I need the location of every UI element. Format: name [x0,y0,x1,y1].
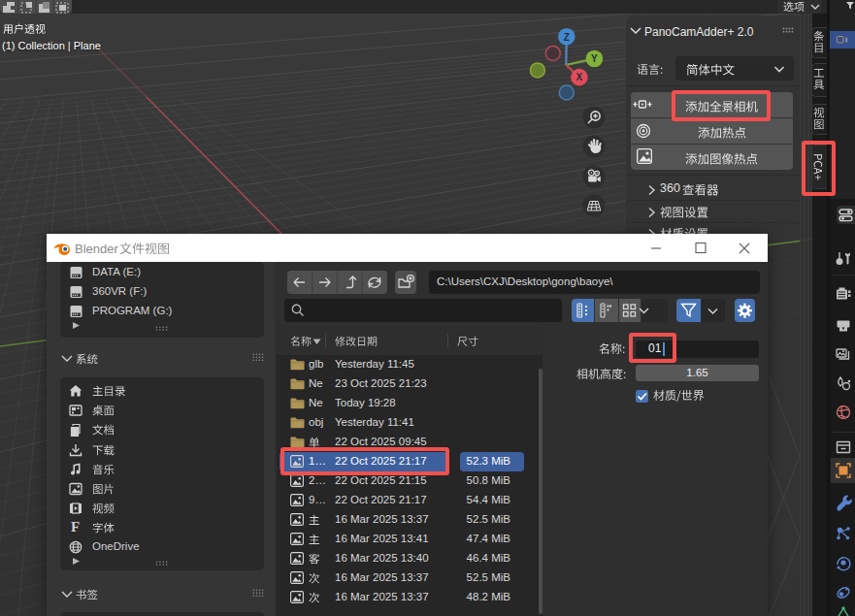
svg-text:Y: Y [591,53,598,64]
svg-text:X: X [576,72,583,82]
svg-text:Z: Z [564,32,570,43]
